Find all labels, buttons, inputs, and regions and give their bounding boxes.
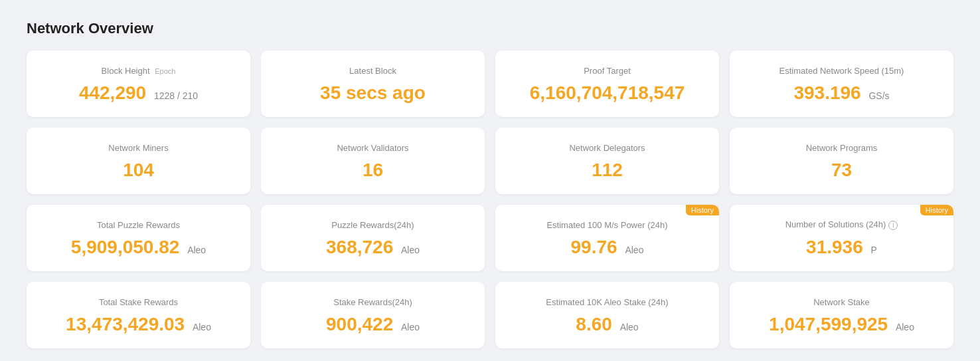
card-network-programs: Network Programs73: [730, 128, 953, 194]
card-label-stake-rewards-24h: Stake Rewards(24h): [333, 297, 412, 307]
overview-grid: Block Height Epoch442,290 1228 / 210Late…: [27, 51, 953, 348]
card-value-estimated-100ms-power: 99.76 Aleo: [571, 237, 644, 258]
epoch-sub: 1228 / 210: [154, 90, 198, 101]
card-value-total-puzzle-rewards: 5,909,050.82 Aleo: [71, 237, 206, 258]
card-unit-total-puzzle-rewards: Aleo: [187, 245, 206, 255]
card-label-proof-target: Proof Target: [584, 66, 631, 76]
card-value-number-of-solutions: 31.936 P: [806, 237, 877, 258]
card-value-stake-rewards-24h: 900,422 Aleo: [326, 314, 420, 335]
card-puzzle-rewards-24h: Puzzle Rewards(24h)368,726 Aleo: [261, 205, 485, 271]
card-number-of-solutions: HistoryNumber of Solutions (24h)i31.936 …: [730, 205, 953, 271]
card-network-delegators: Network Delegators112: [495, 128, 719, 194]
card-label-estimated-network-speed: Estimated Network Speed (15m): [779, 66, 904, 76]
card-unit-estimated-10k-aleo-stake: Aleo: [620, 322, 639, 332]
card-label-network-stake: Network Stake: [813, 297, 870, 307]
card-value-estimated-network-speed: 393.196 GS/s: [793, 82, 889, 104]
card-value-proof-target: 6,160,704,718,547: [530, 82, 685, 104]
history-badge[interactable]: History: [920, 205, 953, 215]
card-unit-estimated-network-speed: GS/s: [868, 90, 889, 101]
info-icon[interactable]: i: [888, 221, 898, 230]
card-latest-block: Latest Block35 secs ago: [261, 51, 485, 117]
card-total-puzzle-rewards: Total Puzzle Rewards5,909,050.82 Aleo: [27, 205, 250, 271]
card-label-block-height: Block Height Epoch: [102, 66, 176, 76]
card-label-latest-block: Latest Block: [349, 66, 396, 76]
card-unit-stake-rewards-24h: Aleo: [401, 322, 420, 332]
card-label-number-of-solutions: Number of Solutions (24h)i: [785, 219, 898, 230]
card-network-stake: Network Stake1,047,599,925 Aleo: [730, 282, 953, 348]
card-label-network-miners: Network Miners: [108, 143, 168, 153]
history-badge[interactable]: History: [686, 205, 719, 215]
card-value-network-delegators: 112: [592, 160, 623, 181]
card-network-validators: Network Validators16: [261, 128, 485, 194]
card-value-network-programs: 73: [831, 160, 852, 181]
card-value-network-validators: 16: [363, 160, 383, 181]
card-estimated-network-speed: Estimated Network Speed (15m)393.196 GS/…: [730, 51, 953, 117]
card-unit-puzzle-rewards-24h: Aleo: [401, 245, 420, 255]
card-label-network-programs: Network Programs: [806, 143, 878, 153]
card-label-estimated-100ms-power: Estimated 100 M/s Power (24h): [546, 220, 667, 230]
card-label-total-puzzle-rewards: Total Puzzle Rewards: [97, 220, 180, 230]
card-total-stake-rewards: Total Stake Rewards13,473,429.03 Aleo: [27, 282, 250, 348]
card-unit-number-of-solutions: P: [871, 245, 877, 255]
card-proof-target: Proof Target6,160,704,718,547: [495, 51, 719, 117]
epoch-label: Epoch: [155, 67, 175, 75]
card-unit-network-stake: Aleo: [896, 322, 914, 332]
card-value-latest-block: 35 secs ago: [320, 82, 426, 104]
card-value-puzzle-rewards-24h: 368,726 Aleo: [326, 237, 420, 258]
card-estimated-100ms-power: HistoryEstimated 100 M/s Power (24h)99.7…: [495, 205, 719, 271]
card-unit-estimated-100ms-power: Aleo: [625, 245, 643, 255]
card-stake-rewards-24h: Stake Rewards(24h)900,422 Aleo: [261, 282, 485, 348]
card-network-miners: Network Miners104: [27, 128, 250, 194]
card-block-height: Block Height Epoch442,290 1228 / 210: [27, 51, 250, 117]
card-value-total-stake-rewards: 13,473,429.03 Aleo: [66, 314, 211, 335]
card-unit-total-stake-rewards: Aleo: [193, 322, 211, 332]
card-label-total-stake-rewards: Total Stake Rewards: [99, 297, 178, 307]
card-label-network-delegators: Network Delegators: [569, 143, 645, 153]
card-value-network-stake: 1,047,599,925 Aleo: [769, 314, 914, 335]
card-value-estimated-10k-aleo-stake: 8.60 Aleo: [576, 314, 638, 335]
card-label-network-validators: Network Validators: [337, 143, 408, 153]
card-value-block-height: 442,290 1228 / 210: [79, 82, 198, 104]
card-estimated-10k-aleo-stake: Estimated 10K Aleo Stake (24h)8.60 Aleo: [495, 282, 719, 348]
card-value-network-miners: 104: [123, 160, 154, 181]
page-title: Network Overview: [27, 20, 953, 37]
card-label-puzzle-rewards-24h: Puzzle Rewards(24h): [331, 220, 414, 230]
card-label-estimated-10k-aleo-stake: Estimated 10K Aleo Stake (24h): [546, 297, 668, 307]
